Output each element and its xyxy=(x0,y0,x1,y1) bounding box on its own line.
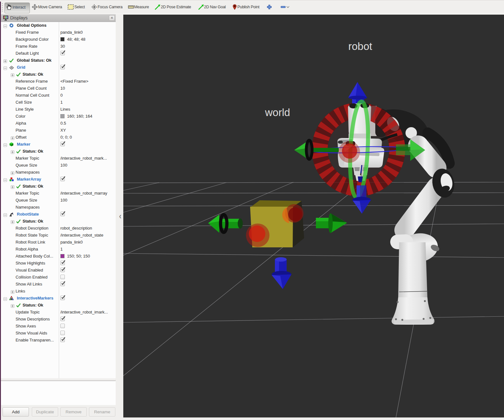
svg-text:robot: robot xyxy=(348,40,372,52)
svg-text:world: world xyxy=(265,107,290,118)
